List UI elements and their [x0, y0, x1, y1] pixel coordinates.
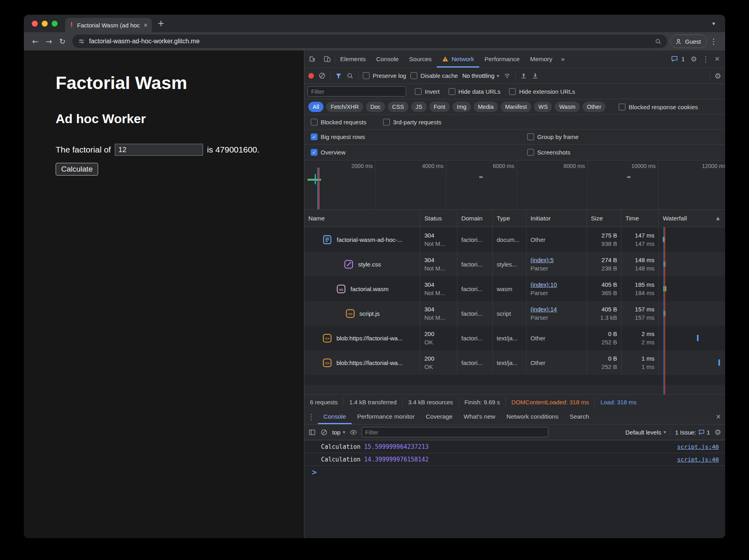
drawer-menu-icon[interactable]: ⋮: [304, 409, 318, 424]
network-request-row[interactable]: <>blob:https://factorial-wa...200OKfacto…: [304, 326, 725, 350]
source-location-link[interactable]: script.js:40: [677, 456, 719, 463]
devtools-menu-icon[interactable]: ⋮: [701, 50, 711, 68]
drawer-tab-console[interactable]: Console: [318, 409, 352, 424]
source-location-link[interactable]: script.js:40: [677, 444, 719, 450]
network-settings-icon[interactable]: ⚙: [714, 71, 721, 80]
clear-network-log-icon[interactable]: [318, 72, 326, 79]
import-har-icon[interactable]: [520, 72, 527, 79]
devtools-close-icon[interactable]: ✕: [712, 50, 723, 68]
hide-data-urls-checkbox[interactable]: Hide data URLs: [449, 88, 501, 95]
column-header-waterfall[interactable]: Waterfall▲: [659, 210, 725, 227]
column-header-size[interactable]: Size: [587, 210, 621, 227]
blocked-requests-checkbox[interactable]: Blocked requests: [311, 119, 366, 126]
drawer-tab-search[interactable]: Search: [564, 409, 594, 424]
record-network-log-button[interactable]: [308, 73, 314, 79]
filter-chip-ws[interactable]: WS: [534, 102, 552, 112]
hide-extension-urls-checkbox[interactable]: Hide extension URLs: [509, 88, 575, 95]
column-header-status[interactable]: Status: [420, 210, 457, 227]
initiator-link[interactable]: (index):10: [530, 280, 583, 289]
execution-context-dropdown[interactable]: top ▾: [332, 429, 345, 436]
overview-checkbox[interactable]: ✓ Overview: [311, 149, 346, 156]
network-request-row[interactable]: factorial-wasm-ad-hoc-...304Not M...fact…: [304, 227, 725, 252]
log-levels-dropdown[interactable]: Default levels ▾: [625, 429, 666, 436]
drawer-close-icon[interactable]: ✕: [712, 409, 725, 424]
console-empty-area[interactable]: [304, 478, 725, 538]
profile-button[interactable]: Guest: [670, 35, 707, 48]
devtools-tab-console[interactable]: Console: [371, 50, 404, 68]
devtools-tab-elements[interactable]: Elements: [335, 50, 371, 68]
reload-button[interactable]: ↻: [56, 35, 69, 48]
filter-chip-wasm[interactable]: Wasm: [555, 102, 580, 112]
initiator-link[interactable]: (index):14: [530, 305, 583, 313]
filter-chip-fetch-xhr[interactable]: Fetch/XHR: [326, 102, 363, 112]
big-request-rows-checkbox[interactable]: ✓ Big request rows: [311, 133, 365, 140]
invert-checkbox[interactable]: Invert: [415, 88, 440, 95]
calculate-button[interactable]: Calculate: [56, 163, 98, 176]
browser-menu-button[interactable]: ⋮: [707, 35, 720, 48]
filter-chip-font[interactable]: Font: [430, 102, 450, 112]
filter-chip-js[interactable]: JS: [411, 102, 427, 112]
column-header-time[interactable]: Time: [621, 210, 659, 227]
new-tab-button[interactable]: +: [155, 17, 167, 29]
drawer-tab-performance-monitor[interactable]: Performance monitor: [352, 409, 420, 424]
column-header-name[interactable]: Name: [304, 210, 420, 227]
console-filter-input[interactable]: [362, 427, 548, 437]
fullscreen-window-button[interactable]: [52, 21, 58, 27]
screenshots-checkbox[interactable]: Screenshots: [527, 149, 570, 156]
devtools-settings-icon[interactable]: ⚙: [688, 50, 700, 68]
issues-bubble-icon[interactable]: [669, 50, 680, 68]
address-bar[interactable]: factorial-wasm-ad-hoc-worker.glitch.me: [72, 35, 667, 48]
devtools-tab-memory[interactable]: Memory: [525, 50, 557, 68]
drawer-tab-what-s-new[interactable]: What's new: [458, 409, 501, 424]
more-tabs-icon[interactable]: »: [557, 50, 568, 68]
devtools-tab-sources[interactable]: Sources: [404, 50, 437, 68]
browser-tab[interactable]: ! Factorial Wasm (ad hoc Worl ✕: [65, 18, 152, 32]
drawer-tab-network-conditions[interactable]: Network conditions: [501, 409, 564, 424]
clear-console-icon[interactable]: [320, 429, 328, 436]
issues-counter[interactable]: 1 Issue: 1: [675, 429, 710, 436]
filter-chip-manifest[interactable]: Manifest: [501, 102, 531, 112]
preserve-log-checkbox[interactable]: Preserve log: [363, 72, 406, 79]
network-conditions-icon[interactable]: [503, 72, 511, 79]
tab-search-button[interactable]: ▾: [708, 17, 720, 29]
console-sidebar-icon[interactable]: [308, 429, 316, 436]
drawer-tab-coverage[interactable]: Coverage: [420, 409, 458, 424]
minimize-window-button[interactable]: [42, 21, 48, 27]
filter-chip-img[interactable]: Img: [453, 102, 471, 112]
back-button[interactable]: ←: [29, 35, 42, 48]
inspect-element-icon[interactable]: [304, 50, 319, 68]
forward-button[interactable]: →: [42, 35, 56, 48]
search-icon[interactable]: [346, 72, 354, 79]
network-request-row[interactable]: <>script.js304Not M...factori...script(i…: [304, 301, 725, 326]
column-header-domain[interactable]: Domain: [457, 210, 493, 227]
zoom-icon[interactable]: [655, 38, 662, 45]
network-request-row[interactable]: wafactorial.wasm304Not M...factori...was…: [304, 276, 725, 301]
filter-icon[interactable]: [335, 72, 342, 79]
factorial-input[interactable]: [115, 144, 203, 156]
filter-chip-css[interactable]: CSS: [388, 102, 408, 112]
network-request-row[interactable]: <>blob:https://factorial-wa...200OKfacto…: [304, 350, 725, 375]
console-prompt[interactable]: >: [304, 465, 725, 478]
close-window-button[interactable]: [32, 21, 38, 27]
filter-chip-media[interactable]: Media: [474, 102, 498, 112]
filter-chip-doc[interactable]: Doc: [366, 102, 385, 112]
throttling-dropdown[interactable]: No throttling ▾: [462, 72, 499, 79]
eye-icon[interactable]: [350, 429, 357, 436]
column-header-type[interactable]: Type: [493, 210, 526, 227]
filter-chip-all[interactable]: All: [308, 102, 323, 112]
group-by-frame-checkbox[interactable]: Group by frame: [527, 133, 579, 140]
devtools-tab-performance[interactable]: Performance: [479, 50, 525, 68]
export-har-icon[interactable]: [532, 72, 539, 79]
network-filter-input[interactable]: [308, 86, 406, 97]
network-request-row[interactable]: style.css304Not M...factori...styles...(…: [304, 252, 725, 276]
tab-close-icon[interactable]: ✕: [143, 22, 148, 28]
disable-cache-checkbox[interactable]: Disable cache: [410, 72, 458, 79]
third-party-requests-checkbox[interactable]: 3rd-party requests: [383, 119, 441, 126]
initiator-link[interactable]: (index):5: [530, 256, 583, 264]
blocked-response-cookies-checkbox[interactable]: Blocked response cookies: [619, 104, 698, 110]
network-overview-timeline[interactable]: 2000 ms4000 ms6000 ms8000 ms10000 ms1200…: [304, 160, 725, 210]
site-settings-icon[interactable]: [78, 38, 85, 45]
device-toolbar-icon[interactable]: [319, 50, 335, 68]
filter-chip-other[interactable]: Other: [583, 102, 606, 112]
column-header-initiator[interactable]: Initiator: [526, 210, 587, 227]
